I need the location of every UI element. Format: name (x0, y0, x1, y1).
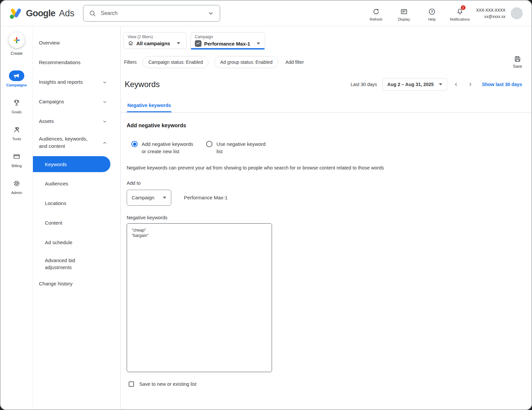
campaign-selector-value: Performance Max-1 (204, 41, 250, 47)
search-expand-chevron-icon[interactable] (207, 10, 214, 17)
campaign-selector[interactable]: Campaign Performance Max-1 (191, 32, 265, 49)
display-icon (400, 8, 408, 15)
sidenav-subitem-locations[interactable]: Locations (33, 193, 120, 213)
save-to-list-option[interactable]: Save to new or existing list (129, 381, 518, 387)
rail-label-admin: Admin (11, 191, 22, 195)
add-to-scope-select[interactable]: Campaign (127, 190, 171, 206)
filter-chip-campaign-status[interactable]: Campaign status: Enabled (143, 56, 208, 68)
save-to-list-label: Save to new or existing list (139, 381, 197, 387)
account-id: XXX-XXX-XXXX (476, 7, 505, 14)
google-ads-logo[interactable]: Google Ads (9, 7, 74, 19)
account-email: xx@xxxx.xx (476, 14, 505, 20)
add-filter-button[interactable]: Add filter (286, 59, 304, 65)
view-selector-label: View (2 filters) (128, 35, 182, 39)
radio-label: Use negative keyword list (216, 141, 270, 155)
tab-negative-keywords[interactable]: Negative keywords (127, 99, 172, 112)
campaign-selector-label: Campaign (195, 35, 260, 39)
sidenav-subitem-audiences[interactable]: Audiences (33, 174, 120, 193)
sidenav-subitem-content[interactable]: Content (33, 213, 120, 233)
dropdown-caret-icon (163, 197, 166, 199)
svg-text:?: ? (431, 10, 433, 14)
sidenav-label: Change history (39, 280, 72, 287)
create-button[interactable]: Create (9, 32, 25, 56)
sidenav-item-overview[interactable]: Overview (33, 33, 120, 52)
rail-item-tools[interactable]: Tools (9, 124, 24, 141)
rail-item-billing[interactable]: Billing (9, 151, 24, 168)
date-next-button[interactable] (465, 79, 475, 89)
refresh-icon (372, 8, 380, 15)
campaign-performance-icon (195, 40, 201, 47)
app-body: Create Campaigns (1, 26, 531, 410)
rail-item-campaigns[interactable]: Campaigns (6, 70, 27, 87)
sidenav-subitem-advanced-bid-adjustments[interactable]: Advanced bid adjustments (33, 252, 120, 275)
date-range-value: Aug 2 – Aug 31, 2025 (387, 82, 434, 87)
create-label: Create (11, 51, 23, 56)
date-prev-button[interactable] (451, 79, 461, 89)
save-view-label: Save (513, 64, 522, 69)
sidenav-item-audiences-keywords-content[interactable]: Audiences, keywords, and content (33, 131, 120, 154)
help-label: Help (428, 17, 436, 21)
admin-gear-icon (9, 178, 24, 189)
display-button[interactable]: Display (394, 8, 414, 21)
refresh-button[interactable]: Refresh (366, 8, 386, 21)
sidenav-item-insights-and-reports[interactable]: Insights and reports (33, 72, 120, 92)
display-label: Display (398, 17, 410, 21)
sidenav-item-campaigns[interactable]: Campaigns (33, 92, 120, 111)
notifications-label: Notifications (450, 17, 470, 21)
chevron-down-icon (102, 119, 107, 124)
rail-label-billing: Billing (12, 164, 22, 168)
scope-selector-row: View (2 filters) All campaigns Cam (121, 26, 531, 49)
sidenav-item-assets[interactable]: Assets (33, 111, 120, 131)
avatar[interactable] (511, 7, 523, 19)
search-input[interactable] (100, 10, 203, 17)
chevron-down-icon (102, 80, 107, 85)
sidenav: Overview Recommendations Insights and re… (33, 26, 120, 410)
home-icon (128, 40, 134, 46)
sidenav-subitem-keywords[interactable]: Keywords (33, 156, 110, 172)
save-view-button[interactable]: Save (513, 55, 522, 69)
dropdown-caret-icon (257, 43, 260, 45)
notifications-button[interactable]: ! Notifications (450, 8, 470, 21)
help-icon: ? (428, 8, 436, 15)
sidenav-label: Insights and reports (39, 78, 83, 86)
rail-item-goals[interactable]: Goals (9, 97, 24, 114)
sidenav-subitem-ad-schedule[interactable]: Ad schedule (33, 233, 120, 252)
chevron-left-icon (454, 82, 459, 87)
rail-label-tools: Tools (12, 137, 21, 141)
radio-use-negative-keyword-list[interactable]: Use negative keyword list (206, 141, 270, 155)
filter-chip-ad-group-status[interactable]: Ad group status: Enabled (214, 56, 278, 68)
form-heading: Add negative keywords (127, 123, 518, 129)
account-info[interactable]: XXX-XXX-XXXX xx@xxxx.xx (476, 7, 505, 20)
rail-label-goals: Goals (12, 110, 22, 114)
radio-unselected-icon (206, 141, 212, 147)
checkbox-unchecked-icon[interactable] (129, 381, 134, 387)
main-panel: View (2 filters) All campaigns Cam (120, 26, 531, 410)
search-box[interactable] (83, 5, 220, 22)
sidenav-label: Recommendations (39, 59, 80, 66)
dropdown-caret-icon (439, 83, 442, 85)
sidenav-sublabel: Content (45, 219, 63, 226)
topbar: Google Ads (1, 1, 531, 26)
chevron-up-icon (102, 141, 107, 145)
radio-add-negative-keywords[interactable]: Add negative keywords or create new list (131, 141, 196, 155)
topbar-actions: Refresh Display ? Help (366, 5, 470, 21)
show-last-30-days-link[interactable]: Show last 30 days (482, 82, 522, 87)
chevron-right-icon (467, 82, 473, 87)
radio-group: Add negative keywords or create new list… (131, 141, 518, 155)
negative-keywords-textarea[interactable]: "cheap" "bargain" (127, 223, 272, 372)
rail-item-admin[interactable]: Admin (9, 178, 24, 195)
sidenav-sublabel: Keywords (45, 161, 67, 168)
sidenav-item-recommendations[interactable]: Recommendations (33, 52, 120, 72)
negative-keywords-description: Negative keywords can prevent your ad fr… (127, 165, 518, 170)
sidenav-label: Campaigns (39, 98, 64, 105)
chevron-down-icon (102, 100, 107, 104)
create-circle (9, 32, 25, 48)
help-button[interactable]: ? Help (422, 8, 442, 21)
scope-row: Campaign Performance Max-1 (127, 190, 518, 206)
view-selector-value: All campaigns (136, 41, 170, 46)
sidenav-item-change-history[interactable]: Change history (33, 275, 120, 292)
save-floppy-icon (514, 55, 521, 62)
view-selector[interactable]: View (2 filters) All campaigns (123, 32, 187, 49)
date-range-selector[interactable]: Aug 2 – Aug 31, 2025 (382, 78, 448, 91)
icon-rail: Create Campaigns (1, 26, 33, 410)
